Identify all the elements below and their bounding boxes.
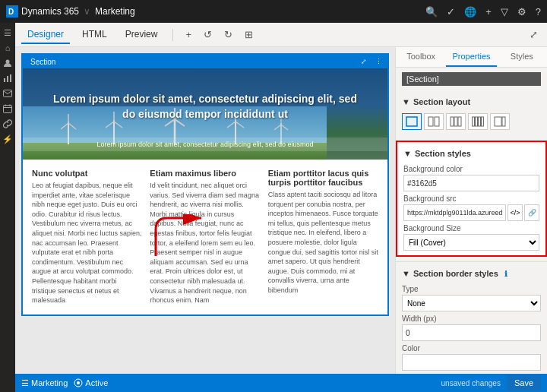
bottom-app-label: Marketing xyxy=(31,378,68,387)
status-text: Active xyxy=(85,378,108,387)
add-button[interactable]: + xyxy=(182,27,194,42)
layout-4col-btn[interactable] xyxy=(468,113,488,130)
border-info-icon: ℹ xyxy=(504,270,507,278)
app-name: Dynamics 365 xyxy=(21,6,79,17)
main-area: Designer HTML Preview + ↺ ↻ ⊞ ⤢ Section … xyxy=(15,23,547,392)
bg-size-label: Background Size xyxy=(403,224,539,232)
content-split: Section ⤢ ⋮ xyxy=(15,47,547,392)
bg-size-select[interactable]: Fill (Cover) xyxy=(403,234,539,251)
top-nav-bar: D Dynamics 365 ∨ Marketing 🔍 ✓ 🌐 + ▽ ⚙ ? xyxy=(0,0,547,23)
layout-buttons xyxy=(402,113,541,130)
border-type-select[interactable]: None xyxy=(402,295,541,311)
sidebar-person-icon[interactable] xyxy=(1,56,14,70)
dynamics-logo: D xyxy=(6,5,18,17)
nav-separator: ∨ xyxy=(84,6,90,17)
sidebar-home-icon[interactable]: ⌂ xyxy=(1,41,14,55)
border-type-label: Type xyxy=(402,285,541,293)
save-button[interactable]: Save xyxy=(507,375,541,390)
col1-heading: Nunc volutpat xyxy=(32,169,142,178)
undo-button[interactable]: ↺ xyxy=(201,27,215,42)
tab-html[interactable]: HTML xyxy=(76,26,113,44)
border-color-label: Color xyxy=(402,344,541,352)
section-layout-panel: ▼ Section layout xyxy=(396,90,547,139)
svg-rect-35 xyxy=(428,117,433,126)
logo-area: D Dynamics 365 ∨ Marketing xyxy=(6,5,135,17)
col2-body: Id velit tincidunt, nec aliquet orci var… xyxy=(150,181,260,305)
svg-rect-43 xyxy=(482,117,484,126)
settings-icon[interactable]: ⚙ xyxy=(517,6,526,17)
sidebar-bolt-icon[interactable]: ⚡ xyxy=(1,132,14,146)
svg-rect-41 xyxy=(476,117,478,126)
globe-icon[interactable]: 🌐 xyxy=(464,6,476,17)
svg-rect-34 xyxy=(406,117,417,126)
col2-heading: Etiam maximus libero xyxy=(150,169,260,178)
border-styles-text: Section border styles xyxy=(413,269,498,278)
border-width-label: Width (px) xyxy=(402,315,541,323)
layout-button[interactable]: ⊞ xyxy=(242,27,256,42)
layout-1col-btn[interactable] xyxy=(402,113,422,130)
sidebar-link-icon[interactable] xyxy=(1,117,14,131)
bottom-bar-right: unsaved changes Save xyxy=(441,375,541,390)
tab-toolbox[interactable]: Toolbox xyxy=(396,47,446,67)
styles-arrow-icon: ▼ xyxy=(403,149,412,158)
svg-rect-42 xyxy=(479,117,481,126)
svg-rect-36 xyxy=(435,117,439,126)
bg-src-code-btn[interactable]: </> xyxy=(507,204,523,221)
layout-arrow-icon: ▼ xyxy=(402,97,410,106)
bottom-menu-icon: ☰ xyxy=(21,378,29,388)
canvas-area[interactable]: Section ⤢ ⋮ xyxy=(15,47,395,392)
border-styles-title: ▼ Section border styles ℹ xyxy=(402,267,541,280)
toolbar: Designer HTML Preview + ↺ ↻ ⊞ ⤢ xyxy=(15,23,547,47)
check-icon[interactable]: ✓ xyxy=(447,6,455,17)
col-3: Etiam porttitor lacus quis turpis portti… xyxy=(268,169,378,305)
section-header-label: [Section] xyxy=(402,72,541,86)
right-panel: Toolbox Properties Styles [Section] ▼ Se… xyxy=(395,47,547,392)
bottom-app-name: ☰ Marketing xyxy=(21,378,68,388)
tab-styles[interactable]: Styles xyxy=(497,47,547,67)
help-icon[interactable]: ? xyxy=(536,6,541,17)
bg-src-row: </> 🔗 xyxy=(403,204,539,221)
border-width-input[interactable] xyxy=(402,324,541,341)
section-layout-title: ▼ Section layout xyxy=(402,95,541,109)
col1-body: Leo at feugiat dapibus, neque elit imper… xyxy=(32,181,142,305)
col3-heading: Etiam porttitor lacus quis turpis portti… xyxy=(268,169,378,187)
section-action-icons: ⤢ ⋮ xyxy=(358,55,384,68)
bottom-status[interactable]: Active xyxy=(74,378,108,387)
svg-rect-39 xyxy=(458,117,461,126)
section-move-icon[interactable]: ⤢ xyxy=(358,55,370,68)
add-icon[interactable]: + xyxy=(485,6,492,17)
svg-rect-3 xyxy=(4,78,5,82)
hero-title: Lorem ipsum dolor sit amet, consectetur … xyxy=(53,92,357,122)
col3-body: Class aptent taciti sociosqu ad litora t… xyxy=(268,190,378,296)
section-wrapper: Section ⤢ ⋮ xyxy=(21,53,389,316)
bg-src-link-btn[interactable]: 🔗 xyxy=(524,204,539,221)
filter-icon[interactable]: ▽ xyxy=(501,6,508,17)
layout-2col-btn[interactable] xyxy=(424,113,444,130)
tab-designer[interactable]: Designer xyxy=(21,26,70,44)
hero-content: Lorem ipsum dolor sit amet, consectetur … xyxy=(30,77,380,137)
bg-src-input[interactable] xyxy=(403,204,506,221)
canvas-inner: Section ⤢ ⋮ xyxy=(15,47,395,389)
sidebar-chart-icon[interactable] xyxy=(1,71,14,85)
layout-2-1col-btn[interactable] xyxy=(490,113,510,130)
expand-button[interactable]: ⤢ xyxy=(526,27,541,42)
sidebar-email-icon[interactable] xyxy=(1,87,14,100)
layout-3col-btn[interactable] xyxy=(446,113,466,130)
svg-point-2 xyxy=(6,60,10,64)
border-color-input[interactable] xyxy=(402,354,541,371)
redo-button[interactable]: ↻ xyxy=(221,27,236,42)
search-icon[interactable]: 🔍 xyxy=(425,6,438,17)
sidebar-menu-icon[interactable]: ☰ xyxy=(1,26,14,40)
svg-text:D: D xyxy=(8,8,14,16)
bg-color-input[interactable] xyxy=(403,175,539,191)
left-sidebar: ☰ ⌂ ⚡ xyxy=(0,23,15,392)
panel-section-header: [Section] xyxy=(396,68,547,90)
sidebar-calendar-icon[interactable] xyxy=(1,102,14,115)
section-options-icon[interactable]: ⋮ xyxy=(372,55,384,68)
section-label: Section xyxy=(26,57,60,67)
tab-preview[interactable]: Preview xyxy=(119,26,164,44)
bg-src-label: Background src xyxy=(403,194,539,203)
tab-properties[interactable]: Properties xyxy=(446,47,496,67)
svg-rect-5 xyxy=(10,74,11,82)
unsaved-changes-text: unsaved changes xyxy=(441,379,501,387)
